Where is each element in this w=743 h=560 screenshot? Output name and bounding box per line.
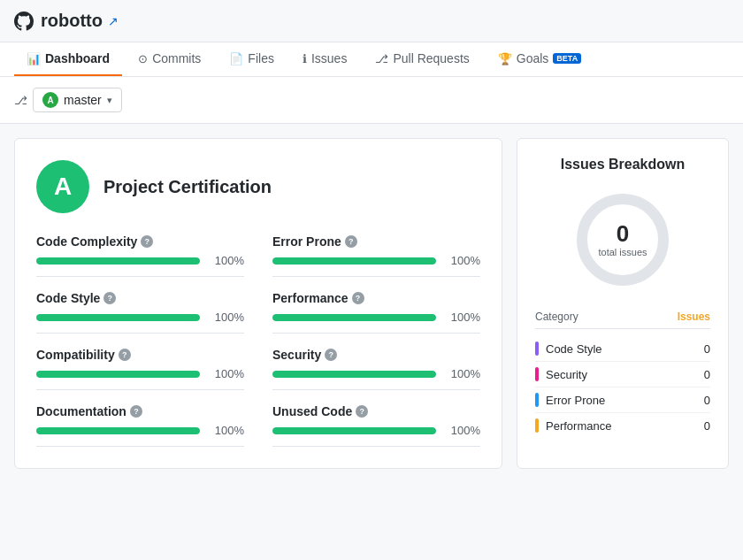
metric-bar-row-documentation: 100%	[36, 424, 244, 437]
issues-row-left-error-prone: Error Prone	[535, 393, 605, 407]
metric-bar-fill-documentation	[36, 427, 200, 434]
donut-center: 0 total issues	[598, 222, 647, 257]
metric-pct-performance: 100%	[445, 311, 480, 324]
issues-category-security: Security	[546, 368, 587, 381]
issues-row-error-prone: Error Prone 0	[535, 387, 710, 413]
issues-row-security: Security 0	[535, 362, 710, 387]
issues-row-left-performance: Performance	[535, 418, 611, 433]
metric-divider-error-prone	[272, 276, 480, 277]
metric-bar-fill-compatibility	[36, 371, 200, 378]
tab-files[interactable]: 📄 Files	[217, 42, 287, 76]
external-link-icon[interactable]: ↗	[108, 14, 119, 28]
nav-tabs: 📊 Dashboard ⊙ Commits 📄 Files ℹ Issues ⎇…	[0, 42, 743, 77]
color-dot-error-prone	[535, 393, 539, 407]
metric-bar-fill-error-prone	[272, 257, 436, 265]
help-icon-unused-code[interactable]: ?	[356, 405, 368, 418]
chevron-down-icon: ▾	[107, 95, 112, 106]
metric-compatibility: Compatibility ? 100%	[36, 348, 244, 390]
metric-divider-code-style	[36, 333, 244, 334]
issues-count-performance: 0	[704, 419, 710, 433]
metric-pct-documentation: 100%	[209, 424, 244, 437]
metric-label-compatibility: Compatibility ?	[36, 348, 244, 362]
metric-bar-track-performance	[272, 314, 436, 321]
metric-bar-fill-unused-code	[272, 427, 436, 434]
metric-bar-row-code-complexity: 100%	[36, 254, 244, 267]
files-icon: 📄	[229, 52, 243, 65]
dashboard-icon: 📊	[27, 52, 41, 65]
issues-count-code-style: 0	[704, 342, 710, 356]
color-dot-performance	[535, 418, 539, 433]
repo-header: robotto ↗	[0, 0, 743, 42]
help-icon-compatibility[interactable]: ?	[119, 349, 131, 361]
metric-bar-track-documentation	[36, 427, 200, 434]
tab-goals[interactable]: 🏆 Goals BETA	[486, 42, 594, 76]
metric-bar-fill-performance	[272, 314, 436, 321]
metric-bar-row-compatibility: 100%	[36, 367, 244, 380]
metrics-grid: Code Complexity ? 100% Error Prone ? 100…	[36, 234, 480, 447]
panel-title: Issues Breakdown	[535, 157, 710, 173]
metric-pct-security: 100%	[445, 367, 480, 380]
issues-row-performance: Performance 0	[535, 413, 710, 438]
issues-category-performance: Performance	[546, 419, 611, 433]
metric-bar-track-security	[272, 371, 436, 378]
metric-bar-fill-code-complexity	[36, 257, 200, 265]
pr-icon: ⎇	[375, 52, 388, 65]
branch-icon: ⎇	[14, 94, 27, 107]
metric-label-error-prone: Error Prone ?	[272, 234, 480, 249]
branch-dropdown[interactable]: A master ▾	[33, 88, 122, 112]
issues-row-left-code-style: Code Style	[535, 341, 602, 356]
beta-badge: BETA	[553, 53, 581, 64]
metric-bar-track-compatibility	[36, 371, 200, 378]
metric-bar-track-code-complexity	[36, 257, 200, 265]
cert-title: Project Certification	[103, 177, 272, 197]
metric-code-style: Code Style ? 100%	[36, 291, 244, 334]
metric-label-code-complexity: Code Complexity ?	[36, 234, 244, 249]
issues-count-error-prone: 0	[704, 394, 710, 407]
metric-bar-row-performance: 100%	[272, 311, 480, 324]
help-icon-performance[interactable]: ?	[352, 292, 364, 304]
metric-bar-row-error-prone: 100%	[272, 254, 480, 267]
metric-error-prone: Error Prone ? 100%	[272, 234, 480, 277]
metric-pct-error-prone: 100%	[445, 254, 480, 267]
metric-divider-performance	[272, 333, 480, 334]
metric-documentation: Documentation ? 100%	[36, 404, 244, 447]
metric-label-performance: Performance ?	[272, 291, 480, 305]
metric-bar-track-error-prone	[272, 257, 436, 265]
metric-divider-documentation	[36, 446, 244, 447]
metric-pct-unused-code: 100%	[445, 424, 480, 437]
issues-table-body: Code Style 0 Security 0 Error Prone 0 Pe…	[535, 336, 710, 438]
issues-row-left-security: Security	[535, 367, 587, 381]
branch-avatar: A	[42, 92, 58, 108]
metric-bar-fill-code-style	[36, 314, 200, 321]
category-col-header: Category	[535, 311, 578, 323]
metric-bar-row-code-style: 100%	[36, 311, 244, 324]
tab-dashboard[interactable]: 📊 Dashboard	[14, 42, 122, 76]
metric-divider-compatibility	[36, 389, 244, 390]
color-dot-code-style	[535, 341, 539, 356]
cert-avatar: A	[36, 160, 89, 213]
help-icon-code-style[interactable]: ?	[103, 292, 116, 304]
help-icon-error-prone[interactable]: ?	[345, 235, 357, 248]
issues-row-code-style: Code Style 0	[535, 336, 710, 362]
goals-icon: 🏆	[498, 52, 512, 65]
repo-name: robotto	[41, 11, 103, 31]
help-icon-documentation[interactable]: ?	[130, 405, 142, 418]
cert-header: A Project Certification	[36, 160, 480, 213]
help-icon-security[interactable]: ?	[325, 349, 337, 361]
issues-table-header: Category Issues	[535, 311, 710, 329]
branch-selector-bar: ⎇ A master ▾	[0, 77, 743, 124]
tab-issues[interactable]: ℹ Issues	[290, 42, 359, 76]
tab-pull-requests[interactable]: ⎇ Pull Requests	[363, 42, 481, 76]
tab-commits[interactable]: ⊙ Commits	[126, 42, 213, 76]
branch-name: master	[64, 93, 102, 107]
metric-divider-code-complexity	[36, 276, 244, 277]
metric-divider-unused-code	[272, 446, 480, 447]
metric-bar-track-unused-code	[272, 427, 436, 434]
color-dot-security	[535, 367, 539, 381]
help-icon-code-complexity[interactable]: ?	[141, 235, 153, 248]
certification-card: A Project Certification Code Complexity …	[14, 138, 502, 469]
issues-count-security: 0	[704, 368, 710, 381]
commits-icon: ⊙	[138, 52, 148, 65]
issues-icon: ℹ	[303, 52, 307, 65]
issues-category-code-style: Code Style	[546, 342, 602, 356]
